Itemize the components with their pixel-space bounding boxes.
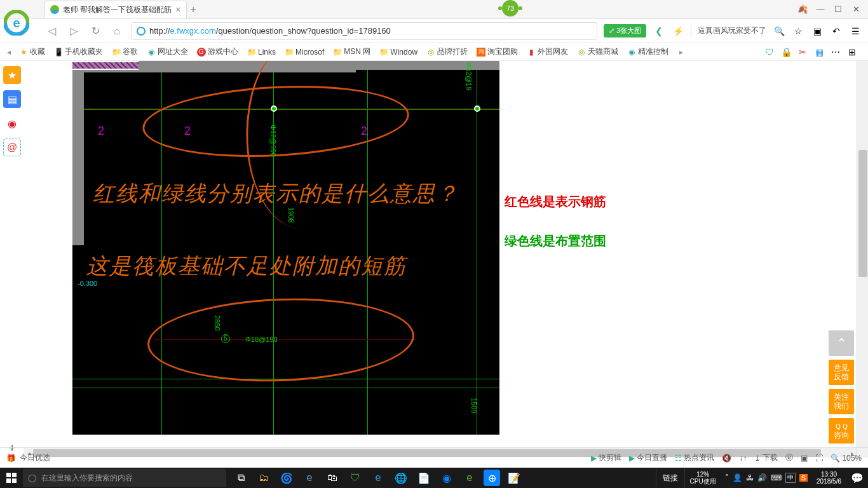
url-field[interactable]: http://e.fwxgx.com/question/question_sho…	[131, 22, 597, 40]
sb-at-icon[interactable]: @	[3, 139, 21, 156]
bolt-icon[interactable]: ⚡	[672, 25, 684, 37]
bm-favorites[interactable]: ★收藏	[15, 45, 49, 58]
vertical-scrollbar[interactable]	[857, 61, 868, 458]
tray-vol-icon[interactable]: 🔊	[757, 473, 767, 482]
share-icon[interactable]: ❮	[653, 25, 665, 37]
dim-2850: 2850	[214, 315, 221, 330]
tray-kbd-icon[interactable]: ⌨	[771, 473, 782, 482]
hotnews-button[interactable]: ☷热点资讯	[675, 452, 714, 463]
bm-msn[interactable]: 📁MSN 网	[329, 45, 374, 58]
home-button[interactable]: ⌂	[109, 24, 125, 39]
live-button[interactable]: ▶今日直播	[629, 452, 667, 463]
follow-button[interactable]: 关注 我们	[829, 389, 854, 414]
bm-brand[interactable]: ◎品牌打折	[423, 45, 471, 58]
red-note: 红色线是表示钢筋	[505, 193, 606, 210]
tray-people-icon[interactable]: 👤	[733, 473, 742, 482]
start-button[interactable]	[0, 468, 23, 488]
app-edge[interactable]: e	[367, 468, 389, 488]
app-edge-old[interactable]: e	[299, 468, 320, 488]
today-picks[interactable]: 今日优选	[20, 452, 50, 463]
annotation-question: 红线和绿线分别表示的是什么意思？	[93, 179, 459, 208]
bm-phone[interactable]: 📱手机收藏夹	[50, 45, 107, 58]
slogan-text[interactable]: 逼真画风玩家受不了	[698, 25, 766, 36]
back-button[interactable]: ◁	[44, 24, 60, 39]
app-notes[interactable]: 📝	[503, 468, 525, 488]
apps-icon[interactable]: ⊞	[846, 46, 858, 58]
new-tab-button[interactable]: +	[191, 4, 196, 15]
qq-button[interactable]: ＱＱ 咨询	[829, 418, 854, 444]
menu-icon[interactable]: ☰	[849, 25, 862, 37]
tray-net-icon[interactable]: 🖧	[746, 473, 754, 482]
app-360browser[interactable]: e	[459, 468, 480, 488]
maximize-button[interactable]: ☐	[831, 3, 845, 17]
app-shield[interactable]: 🛡	[344, 468, 366, 488]
fullscreen-icon[interactable]: ⛶	[815, 454, 823, 463]
app-360[interactable]: ◉	[436, 468, 458, 488]
more-icon[interactable]: ⋯	[830, 46, 841, 58]
bm-microsoft[interactable]: 📁Microsof	[281, 46, 328, 58]
tb-cpu[interactable]: 12%CPU使用	[684, 468, 721, 488]
quickcut-button[interactable]: ▶快剪辑	[591, 452, 621, 463]
app-swirl[interactable]: 🌀	[276, 468, 297, 488]
app-glodon[interactable]: ⊕	[484, 470, 500, 486]
search-placeholder: 在这里输入你要搜索的内容	[41, 473, 133, 484]
app-word[interactable]: 📄	[413, 468, 435, 488]
app-ie[interactable]: 🌐	[390, 468, 412, 488]
tray-up-icon[interactable]: ˄	[725, 473, 729, 482]
pip-icon[interactable]: ⓔ	[785, 452, 793, 463]
bm-google[interactable]: 📁谷歌	[108, 45, 142, 58]
bm-links[interactable]: 📁Links	[243, 46, 280, 58]
score-badge[interactable]: 73	[502, 0, 519, 17]
vscroll-thumb[interactable]	[858, 150, 867, 277]
bm-taobao[interactable]: 淘淘宝团购	[473, 45, 522, 58]
mute-icon[interactable]: 🔇	[722, 454, 731, 463]
sb-star-icon[interactable]: ★	[3, 66, 21, 84]
bookmark-icon[interactable]: ☆	[792, 25, 804, 37]
leaf-icon[interactable]: 🍂	[796, 3, 810, 17]
action-center-icon[interactable]: 💬	[846, 468, 868, 488]
cortana-icon: ◯	[28, 473, 36, 482]
sb-weibo-icon[interactable]: ◉	[3, 114, 21, 132]
zoom-control[interactable]: 🔍105%	[831, 454, 862, 463]
bm-game[interactable]: G游戏中心	[193, 45, 242, 58]
shield-icon[interactable]: 🛡	[764, 46, 775, 58]
green-note: 绿色线是布置范围	[505, 233, 606, 250]
grid-icon[interactable]: ▦	[813, 46, 825, 58]
tb-links[interactable]: 链接	[656, 468, 684, 488]
page-icon[interactable]: ▣	[801, 454, 808, 463]
scroll-top-button[interactable]: ⌃	[829, 330, 854, 356]
app-store[interactable]: 🛍	[322, 468, 343, 488]
image-count-button[interactable]: ⤢3张大图	[604, 24, 646, 37]
reload-button[interactable]: ↻	[88, 24, 103, 39]
svg-rect-3	[6, 473, 11, 477]
close-button[interactable]: ✕	[849, 3, 863, 17]
bm-scroll-right[interactable]: ▸	[676, 48, 686, 57]
gift-icon: 🎁	[6, 454, 16, 463]
bm-daquan[interactable]: ◉网址大全	[143, 45, 192, 58]
search-icon[interactable]: 🔍	[773, 25, 785, 37]
panel-icon[interactable]: ▣	[811, 25, 824, 37]
scissors-icon[interactable]: ✂	[797, 46, 808, 58]
taskbar-clock[interactable]: 13:302018/5/6	[811, 471, 846, 485]
bm-guowai[interactable]: ▮外国网友	[523, 45, 572, 58]
bm-tmall[interactable]: ◎天猫商城	[573, 45, 622, 58]
forward-button[interactable]: ▷	[66, 24, 81, 39]
tray-sogou[interactable]: S	[799, 474, 808, 482]
feedback-button[interactable]: 意见 反馈	[829, 360, 854, 385]
app-explorer[interactable]: 🗂	[253, 468, 275, 488]
sb-news-icon[interactable]: ▤	[3, 90, 21, 108]
taskbar-search[interactable]: ◯ 在这里输入你要搜索的内容	[23, 469, 226, 487]
download-button[interactable]: ⤓下载	[754, 452, 778, 463]
bm-scroll-left[interactable]: ◂	[4, 48, 14, 57]
tab-close-icon[interactable]: ×	[175, 4, 180, 15]
net-icon[interactable]: ↓↑	[739, 454, 747, 463]
app-taskview[interactable]: ⧉	[230, 468, 252, 488]
cad-label-2a: 2	[98, 125, 104, 138]
bm-jingzhun[interactable]: ◉精准控制	[623, 45, 672, 58]
tray-ime[interactable]: 中	[785, 473, 796, 483]
lock-icon[interactable]: 🔒	[780, 46, 792, 58]
minimize-button[interactable]: —	[813, 3, 827, 17]
undo-icon[interactable]: ↶	[830, 25, 843, 37]
browser-tab[interactable]: 老师 帮我解答一下筏板基础配筋 ×	[44, 1, 187, 18]
bm-window[interactable]: 📁Window	[376, 46, 421, 58]
